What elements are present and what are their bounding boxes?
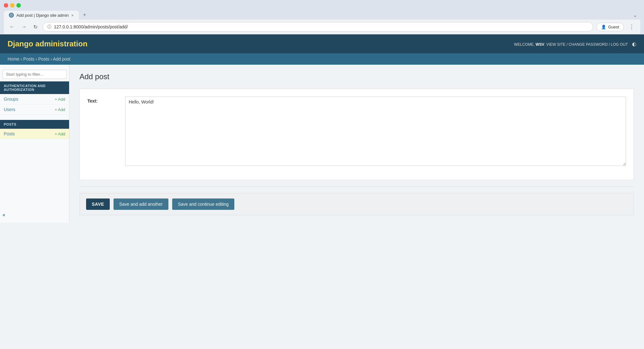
form-actions: SAVE Save and add another Save and conti…: [79, 193, 634, 215]
add-post-form: Text: Hello, World!: [79, 89, 634, 180]
sidebar-collapse-button[interactable]: «: [3, 212, 5, 218]
guest-profile-button[interactable]: 👤 Guest: [596, 23, 624, 31]
maximize-traffic-light[interactable]: [16, 3, 21, 8]
text-label: Text:: [87, 97, 125, 104]
window-controls: ⌄: [630, 11, 640, 20]
welcome-suffix: .: [544, 42, 545, 47]
active-tab[interactable]: D Add post | Django site admin ×: [4, 11, 79, 20]
sidebar-groups-link[interactable]: Groups: [4, 97, 18, 102]
sidebar-section-auth: AUTHENTICATION AND AUTHORIZATION: [0, 81, 69, 94]
sidebar-spacer: [0, 115, 69, 120]
breadcrumb-posts1[interactable]: Posts: [23, 56, 34, 62]
sidebar-users-link[interactable]: Users: [4, 107, 15, 112]
username: WSV: [536, 42, 544, 47]
breadcrumb-sep1: ›: [19, 56, 23, 62]
text-textarea[interactable]: Hello, World!: [125, 97, 626, 166]
breadcrumb-sep2: ›: [34, 56, 38, 62]
sidebar-item-users: Users + Add: [0, 104, 69, 115]
django-app: Django administration WELCOME, WSV. VIEW…: [0, 34, 644, 224]
browser-nav-bar: ← → ↻ ⓘ 127.0.0.1:8000/admin/posts/post/…: [4, 20, 640, 34]
tab-favicon: D: [9, 13, 14, 18]
security-icon: ⓘ: [47, 24, 51, 30]
minimize-traffic-light[interactable]: [10, 3, 15, 8]
breadcrumb-sep3: ›: [49, 56, 53, 62]
change-password-link[interactable]: CHANGE PASSWORD: [569, 42, 608, 47]
sidebar-item-posts: Posts + Add: [0, 129, 69, 139]
breadcrumb: Home › Posts › Posts › Add post: [0, 53, 644, 65]
sidebar-posts-add-link[interactable]: + Add: [55, 132, 65, 136]
sidebar-users-add-link[interactable]: + Add: [55, 107, 65, 112]
page-title: Add post: [79, 72, 634, 81]
welcome-prefix: WELCOME,: [514, 42, 536, 47]
sidebar-filter-container: [3, 70, 67, 79]
django-body: AUTHENTICATION AND AUTHORIZATION Groups …: [0, 65, 644, 223]
tab-title: Add post | Django site admin: [16, 13, 69, 18]
form-row-text: Text: Hello, World!: [87, 97, 626, 167]
close-traffic-light[interactable]: [4, 3, 8, 8]
url-bar[interactable]: ⓘ 127.0.0.1:8000/admin/posts/post/add/: [43, 22, 593, 32]
refresh-button[interactable]: ↻: [32, 23, 39, 31]
django-header: Django administration WELCOME, WSV. VIEW…: [0, 34, 644, 53]
more-options-button[interactable]: ⋮: [627, 22, 636, 32]
django-admin-title[interactable]: Django administration: [8, 39, 87, 48]
sidebar-filter-input[interactable]: [3, 70, 67, 79]
guest-label: Guest: [608, 25, 619, 29]
tab-close-button[interactable]: ×: [71, 13, 74, 18]
chevron-down-icon: ⌄: [633, 13, 637, 18]
django-header-nav: WELCOME, WSV. VIEW SITE / CHANGE PASSWOR…: [514, 41, 636, 47]
theme-toggle-icon[interactable]: ◐: [632, 41, 636, 47]
sidebar: AUTHENTICATION AND AUTHORIZATION Groups …: [0, 65, 69, 223]
breadcrumb-current: Add post: [53, 56, 70, 62]
sidebar-item-groups: Groups + Add: [0, 94, 69, 104]
forward-button[interactable]: →: [20, 23, 28, 31]
new-tab-button[interactable]: +: [80, 10, 89, 20]
save-continue-button[interactable]: Save and continue editing: [172, 198, 234, 210]
main-content: Add post Text: Hello, World! SAVE Save a…: [69, 65, 644, 223]
browser-tabs: D Add post | Django site admin × + ⌄: [4, 10, 640, 20]
form-divider: [79, 186, 634, 187]
save-add-another-button[interactable]: Save and add another: [114, 198, 168, 210]
log-out-link[interactable]: LOG OUT: [611, 42, 628, 47]
sidebar-section-posts: POSTS: [0, 120, 69, 129]
profile-icon: 👤: [601, 25, 606, 29]
back-button[interactable]: ←: [8, 23, 16, 31]
browser-chrome: D Add post | Django site admin × + ⌄ ← →…: [0, 0, 644, 34]
traffic-lights: [4, 3, 21, 8]
sidebar-posts-link[interactable]: Posts: [4, 131, 15, 136]
url-text: 127.0.0.1:8000/admin/posts/post/add/: [54, 24, 588, 29]
text-field-container: Hello, World!: [125, 97, 626, 167]
save-button[interactable]: SAVE: [86, 198, 110, 210]
browser-top-bar: [4, 3, 640, 8]
breadcrumb-home[interactable]: Home: [8, 56, 19, 62]
view-site-link[interactable]: VIEW SITE: [546, 42, 565, 47]
breadcrumb-posts2[interactable]: Posts: [38, 56, 49, 62]
sidebar-groups-add-link[interactable]: + Add: [55, 97, 65, 102]
separator2: /: [609, 42, 611, 47]
